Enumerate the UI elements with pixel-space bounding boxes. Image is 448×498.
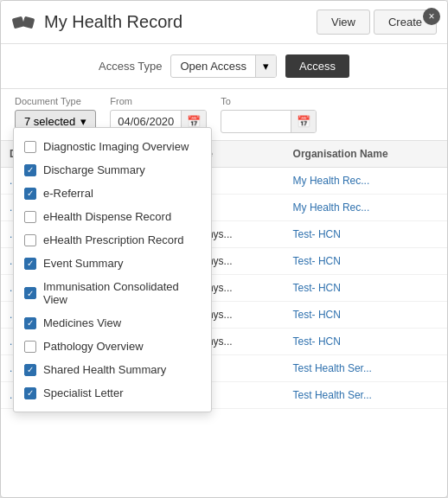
dropdown-item-immunisation[interactable]: Immunisation Consolidated View <box>14 275 211 311</box>
checkbox-ehealth-dispense[interactable] <box>24 211 36 223</box>
svg-rect-1 <box>22 16 35 29</box>
cell-org-name: Test Health Ser... <box>285 382 447 409</box>
dropdown-item-medicines[interactable]: Medicines View <box>14 311 211 335</box>
document-type-label: Document Type <box>15 96 96 106</box>
checkbox-pathology[interactable] <box>24 341 36 353</box>
dropdown-item-label: Immunisation Consolidated View <box>43 280 201 306</box>
cell-org-name: Test- HCN <box>285 248 447 275</box>
dropdown-item-ehealth-prescription[interactable]: eHealth Prescription Record <box>14 228 211 252</box>
svg-rect-0 <box>12 16 25 29</box>
title-left: My Health Record <box>11 10 182 35</box>
access-type-select[interactable]: Open Access ▾ <box>170 54 277 78</box>
dropdown-item-ehealth-dispense[interactable]: eHealth Dispense Record <box>14 205 211 228</box>
dropdown-item-e-referral[interactable]: e-Referral <box>14 182 211 205</box>
access-button[interactable]: Access <box>285 54 349 78</box>
dropdown-item-label: eHealth Dispense Record <box>43 210 171 223</box>
from-label: From <box>110 96 207 106</box>
dropdown-item-diagnostic-imaging[interactable]: Diagnostic Imaging Overview <box>14 135 211 158</box>
dropdown-item-label: Medicines View <box>43 316 121 329</box>
dropdown-item-specialist-letter[interactable]: Specialist Letter <box>14 381 211 405</box>
dropdown-item-label: e-Referral <box>43 187 93 200</box>
close-icon: × <box>428 10 434 22</box>
dropdown-item-pathology[interactable]: Pathology Overview <box>14 335 211 358</box>
checkbox-ehealth-prescription[interactable] <box>24 234 36 246</box>
checkbox-diagnostic-imaging[interactable] <box>24 141 36 153</box>
dropdown-item-label: Event Summary <box>43 257 123 270</box>
cell-org-name: Test Health Ser... <box>285 355 447 382</box>
dropdown-item-discharge-summary[interactable]: Discharge Summary <box>14 158 211 182</box>
dropdown-item-label: Specialist Letter <box>43 386 124 399</box>
cell-org-name: Test- HCN <box>285 221 447 248</box>
dropdown-item-label: Discharge Summary <box>43 163 145 176</box>
to-date-value <box>221 118 291 126</box>
view-button[interactable]: View <box>317 10 370 35</box>
dropdown-item-label: Diagnostic Imaging Overview <box>43 140 189 153</box>
to-date-input[interactable]: 📅 <box>221 110 317 133</box>
close-button[interactable]: × <box>423 8 440 25</box>
checkbox-discharge-summary[interactable] <box>24 164 36 176</box>
checkbox-medicines[interactable] <box>24 317 36 329</box>
col-org-name: Organisation Name <box>285 141 447 168</box>
selected-count-label: 7 selected <box>24 115 75 128</box>
cell-org-name: Test- HCN <box>285 275 447 302</box>
logo-icon <box>11 10 35 35</box>
to-label: To <box>221 96 317 106</box>
checkbox-immunisation[interactable] <box>24 287 36 299</box>
filter-row: Document Type 7 selected ▾ From 04/06/20… <box>1 89 447 141</box>
calendar-icon-to[interactable]: 📅 <box>291 111 316 132</box>
checkbox-e-referral[interactable] <box>24 188 36 200</box>
checkbox-event-summary[interactable] <box>24 258 36 270</box>
dropdown-item-event-summary[interactable]: Event Summary <box>14 252 211 275</box>
dropdown-item-label: Pathology Overview <box>43 340 144 353</box>
to-date-filter: To 📅 <box>221 96 317 133</box>
document-type-dropdown-menu: Diagnostic Imaging OverviewDischarge Sum… <box>13 127 212 412</box>
page-title: My Health Record <box>44 12 182 32</box>
title-bar: My Health Record View Create <box>1 1 447 44</box>
chevron-down-icon[interactable]: ▾ <box>255 55 276 77</box>
main-window: × My Health Record View Create Access Ty… <box>0 0 448 498</box>
cell-org-name: Test- HCN <box>285 302 447 329</box>
title-actions: View Create <box>317 10 437 35</box>
dropdown-item-shared-health[interactable]: Shared Health Summary <box>14 358 211 381</box>
toolbar: Access Type Open Access ▾ Access <box>1 44 447 89</box>
dropdown-item-label: Shared Health Summary <box>43 363 166 376</box>
dropdown-arrow-icon: ▾ <box>80 115 86 128</box>
dropdown-item-label: eHealth Prescription Record <box>43 233 184 246</box>
checkbox-specialist-letter[interactable] <box>24 387 36 399</box>
access-type-label: Access Type <box>99 60 162 73</box>
cell-org-name: My Health Rec... <box>285 168 447 195</box>
checkbox-shared-health[interactable] <box>24 364 36 376</box>
cell-org-name: My Health Rec... <box>285 195 447 221</box>
access-type-value: Open Access <box>171 55 255 77</box>
cell-org-name: Test- HCN <box>285 329 447 355</box>
